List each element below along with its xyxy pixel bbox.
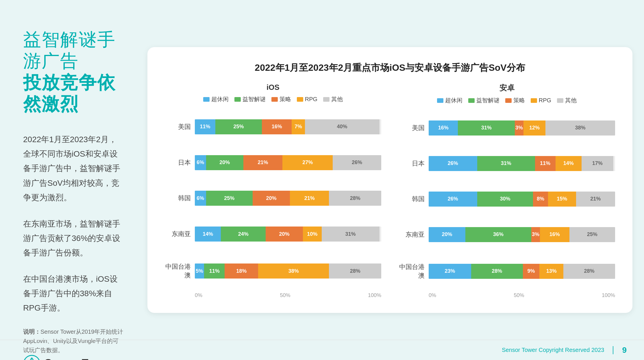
bar-segment-orange: 8% (533, 192, 548, 207)
bar-row: 中国台港澳23%28%9%13%28% (399, 263, 615, 280)
bar-segment-gray: 38% (545, 120, 615, 136)
bar-label: 中国台港澳 (399, 263, 425, 280)
legend-color-gray (323, 97, 330, 102)
ios-bars-area: 美国11%25%16%7%40%日本6%20%21%27%26%韩国6%25%2… (165, 109, 381, 290)
bar-segment-green: 31% (458, 120, 515, 136)
bar-segment-orange: 11% (535, 156, 556, 171)
android-legend-color-orange (505, 98, 512, 103)
ios-legend: 超休闲 益智解谜 策略 RPG (165, 95, 381, 103)
charts-container: iOS 超休闲 益智解谜 策略 (165, 83, 615, 298)
bar-label: 美国 (165, 123, 191, 131)
legend-color-green (234, 97, 241, 102)
bar-segment-orange: 9% (523, 264, 539, 279)
android-legend-color-green (468, 98, 475, 103)
android-legend-color-yellow (531, 98, 537, 103)
android-header: 安卓 (399, 83, 615, 93)
right-panel: 2022年1月至2023年2月重点市场iOS与安卓设备手游广告SoV分布 iOS… (139, 0, 644, 360)
bar-segment-blue: 20% (429, 227, 465, 242)
bar-segment-orange: 21% (243, 155, 282, 170)
android-legend-item-yellow: RPG (531, 97, 551, 104)
bar-segment-orange: 20% (266, 227, 303, 242)
bar-track: 11%25%16%7%40% (195, 119, 381, 134)
bar-row: 韩国6%25%20%21%28% (165, 191, 381, 206)
chart-card: 2022年1月至2023年2月重点市场iOS与安卓设备手游广告SoV分布 iOS… (147, 47, 632, 313)
bar-track: 23%28%9%13%28% (429, 264, 615, 279)
footer-copyright: Sensor Tower Copyright Reserved 2023 (502, 347, 604, 353)
title-line1: 益智解谜手游广告 (23, 29, 124, 72)
bar-segment-blue: 26% (429, 192, 477, 207)
bar-segment-orange: 3% (515, 120, 523, 136)
legend-color-yellow (297, 97, 303, 102)
bar-segment-green: 24% (221, 227, 266, 242)
bar-segment-orange: 20% (253, 191, 290, 206)
legend-color-orange (271, 97, 278, 102)
legend-item-orange: 策略 (271, 95, 291, 103)
bar-segment-green: 20% (206, 155, 243, 170)
bar-track: 26%30%8%15%21% (429, 192, 615, 207)
bar-segment-gray: 31% (322, 227, 380, 242)
bar-label: 日本 (165, 158, 191, 167)
bar-segment-yellow: 38% (258, 263, 329, 279)
chart-title: 2022年1月至2023年2月重点市场iOS与安卓设备手游广告SoV分布 (165, 62, 615, 74)
bar-segment-gray: 28% (329, 191, 381, 206)
legend-label-green: 益智解谜 (243, 95, 266, 103)
bar-segment-blue: 26% (429, 156, 477, 171)
page: 益智解谜手游广告 投放竞争依然激烈 2022年1月至2023年2月，全球不同市场… (0, 0, 644, 360)
bar-label: 东南亚 (399, 230, 425, 239)
bar-label: 中国台港澳 (165, 262, 191, 280)
bar-segment-orange: 16% (262, 119, 292, 134)
bar-segment-gray: 21% (576, 192, 615, 207)
bar-row: 日本26%31%11%14%17% (399, 156, 615, 171)
bar-track: 6%25%20%21%28% (195, 191, 381, 206)
bar-segment-green: 31% (477, 156, 535, 171)
footer-right: Sensor Tower Copyright Reserved 2023 9 (502, 346, 627, 355)
desc-para-1: 2022年1月至2023年2月，全球不同市场iOS和安卓设备手游广告中，益智解谜… (23, 132, 124, 205)
bar-segment-gray: 17% (582, 156, 613, 171)
bar-label: 美国 (399, 124, 425, 132)
bar-segment-yellow: 14% (556, 156, 582, 171)
ios-chart-section: iOS 超休闲 益智解谜 策略 (165, 83, 381, 298)
bar-segment-yellow: 12% (523, 120, 545, 136)
bar-segment-yellow: 27% (282, 155, 333, 170)
bar-segment-orange: 18% (225, 263, 258, 279)
bar-segment-green: 11% (204, 263, 225, 279)
legend-item-green: 益智解谜 (234, 95, 266, 103)
bar-track: 5%11%18%38%28% (195, 263, 381, 279)
legend-label-orange: 策略 (280, 95, 291, 103)
android-legend-item-orange: 策略 (505, 97, 525, 104)
bar-track: 16%31%3%12%38% (429, 120, 615, 136)
android-legend-label-gray: 其他 (565, 97, 577, 104)
left-panel: 益智解谜手游广告 投放竞争依然激烈 2022年1月至2023年2月，全球不同市场… (0, 0, 139, 360)
bar-segment-yellow: 21% (290, 191, 329, 206)
footnote-label: 说明： (23, 329, 40, 335)
bar-segment-blue: 14% (195, 227, 221, 242)
bar-label: 东南亚 (165, 230, 191, 238)
title-line2: 投放竞争依然激烈 (23, 72, 124, 115)
x-tick-0: 0% (195, 292, 202, 298)
footer-divider (613, 346, 613, 354)
bar-row: 美国16%31%3%12%38% (399, 120, 615, 136)
bar-segment-yellow: 13% (539, 264, 563, 279)
android-legend-label-green: 益智解谜 (476, 97, 499, 104)
desc-para-2: 在东南亚市场，益智解谜手游广告贡献了36%的安卓设备手游广告份额。 (23, 217, 124, 260)
footer-page: 9 (622, 346, 627, 355)
android-legend-label-orange: 策略 (513, 97, 525, 104)
legend-color-blue (203, 97, 210, 102)
bar-segment-green: 25% (206, 191, 253, 206)
legend-item-gray: 其他 (323, 95, 343, 103)
android-legend-label-blue: 超休闲 (445, 97, 462, 104)
android-x-tick-0: 0% (429, 292, 436, 298)
bar-segment-yellow: 10% (303, 227, 322, 242)
ios-header: iOS (165, 83, 381, 92)
desc-para-3: 在中国台港澳市场，iOS设备手游广告中的38%来自RPG手游。 (23, 272, 124, 316)
ios-x-axis: 0% 50% 100% (195, 292, 381, 298)
legend-item-blue: 超休闲 (203, 95, 229, 103)
bar-row: 东南亚14%24%20%10%31% (165, 227, 381, 242)
bar-row: 中国台港澳5%11%18%38%28% (165, 262, 381, 280)
bar-segment-blue: 6% (195, 191, 206, 206)
android-legend: 超休闲 益智解谜 策略 RPG (399, 97, 615, 104)
bar-segment-yellow: 16% (540, 227, 569, 242)
bar-segment-green: 25% (215, 119, 262, 134)
android-legend-color-gray (557, 98, 563, 103)
bar-segment-gray: 26% (333, 155, 381, 170)
